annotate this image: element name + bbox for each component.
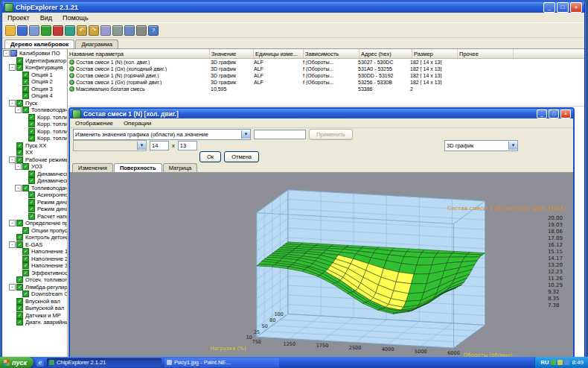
expander-icon[interactable]: - <box>3 50 10 57</box>
tree-item[interactable]: Опция 1 <box>3 72 67 79</box>
start-button[interactable]: пуск <box>0 357 33 368</box>
tree-item[interactable]: Динамическая корр. <box>3 171 67 178</box>
column-header[interactable]: Название параметра <box>68 49 210 58</box>
chevron-down-icon[interactable]: ▼ <box>241 130 250 139</box>
table-row[interactable]: Максимально богатая смесь 10,595 53386 2 <box>68 86 584 92</box>
open-project-icon[interactable] <box>5 25 16 36</box>
expander-icon[interactable]: - <box>9 64 16 71</box>
column-header[interactable]: Прочее <box>458 49 514 58</box>
tree-item[interactable]: Впускной вал <box>3 298 67 305</box>
tree-item[interactable]: Опция 4 <box>3 92 67 100</box>
column-header[interactable]: Единицы изме... <box>254 49 304 58</box>
dim-cols-input[interactable] <box>150 141 169 150</box>
tree-item[interactable]: Наполнение 2 <box>3 256 67 263</box>
editor-close-button[interactable]: × <box>560 110 571 118</box>
tray-update-icon[interactable] <box>557 360 563 365</box>
tree-item[interactable]: Диагн. аварийные режимы <box>3 319 67 326</box>
editor-titlebar[interactable]: Состав смеси 1 (N) [хол. двиг.] _ □ × <box>70 109 573 118</box>
edit-value-input[interactable] <box>254 130 306 139</box>
table-row[interactable]: Состав смеси 1 (Gx) (холодный двиг.) 3D … <box>68 66 584 72</box>
tree-item[interactable]: - Топливоподача <box>3 107 67 114</box>
tree-item[interactable]: - Топливоподача <box>3 185 67 192</box>
tree-item[interactable]: Корр. топливопод. <box>3 135 67 142</box>
tree-item[interactable]: Корр. топливопод. <box>3 121 67 128</box>
menu-item[interactable]: Проект <box>2 14 35 22</box>
tree-item[interactable]: Опция 3 <box>3 86 67 93</box>
apply-button[interactable]: Применить <box>309 129 353 140</box>
tree-item[interactable]: Динамическая корр. <box>3 177 67 185</box>
undo-icon[interactable]: ↶ <box>77 25 87 36</box>
tree-item[interactable]: Асинхронное обогащ. <box>3 191 67 199</box>
tree-item[interactable]: Опции пропусков <box>3 227 67 235</box>
tree-item[interactable]: - Определение пропусков <box>3 220 67 227</box>
expander-icon[interactable]: - <box>15 185 22 191</box>
tree-item[interactable]: - E-GAS <box>3 241 67 249</box>
column-header[interactable]: Адрес (hex) <box>359 49 412 58</box>
tree-item[interactable]: Наполнение 1 <box>3 248 67 256</box>
editor-tab[interactable]: Изменения <box>72 163 113 172</box>
save-icon[interactable] <box>17 25 28 36</box>
expander-icon[interactable]: - <box>9 100 16 107</box>
tree-item[interactable]: Идентификатор <box>3 57 67 65</box>
tree-item[interactable]: - Калибровки ПО <box>3 50 67 57</box>
expander-icon[interactable]: - <box>15 163 22 170</box>
expander-icon[interactable]: - <box>9 220 16 226</box>
tree-item[interactable]: - УОЗ <box>3 163 67 171</box>
taskbar-task[interactable]: ChipExplorer 2.1.21 <box>47 358 162 367</box>
tree-item[interactable]: Пуск ХХ <box>3 142 67 150</box>
minimize-button[interactable]: _ <box>543 2 555 13</box>
help-icon[interactable]: ? <box>148 25 159 36</box>
tree-item[interactable]: - Рабочие режимы <box>3 156 67 164</box>
taskbar-task[interactable]: Рису1.jpg - Paint.NE... <box>164 358 279 367</box>
tree-item[interactable]: Режим динамич. обог. <box>3 199 67 206</box>
quick-launch-ie-icon[interactable]: e <box>36 359 44 367</box>
expander-icon[interactable]: - <box>9 241 16 248</box>
surface-plot-canvas[interactable]: 7501250175025004000500060001025508010020… <box>70 173 573 359</box>
menu-item[interactable]: Помощь <box>57 14 94 22</box>
editor-minimize-button[interactable]: _ <box>537 110 547 118</box>
view-mode-combo[interactable]: 3D график ▼ <box>444 140 518 151</box>
column-header[interactable]: Размер <box>412 49 458 58</box>
tree-item[interactable]: ХХ <box>3 149 67 156</box>
tree-item[interactable]: Выпускной вал <box>3 305 67 312</box>
table-row[interactable]: Состав смеси 1 (Gx) (горячий двиг.) 3D г… <box>68 79 584 86</box>
read-chip-icon[interactable] <box>41 25 51 36</box>
verify-chip-icon[interactable] <box>65 25 75 36</box>
tree-item[interactable]: Downstream O2 датчик <box>3 291 67 298</box>
expander-icon[interactable]: - <box>9 156 16 163</box>
tree-item[interactable]: - Пуск <box>3 100 67 107</box>
tree-item[interactable]: Датчики и МР <box>3 312 67 320</box>
column-header[interactable]: Зависимость <box>304 49 359 58</box>
tree-item[interactable]: - Лямбда-регулирование <box>3 284 67 291</box>
tray-antivirus-icon[interactable] <box>551 360 556 365</box>
import-dump-icon[interactable] <box>29 25 39 36</box>
table-row[interactable]: Состав смеси 1 (N) (хол. двиг.) 3D графи… <box>68 59 584 66</box>
dim-rows-input[interactable] <box>178 141 197 150</box>
tray-volume-icon[interactable] <box>564 360 569 365</box>
cancel-button[interactable]: Отмена <box>224 151 259 162</box>
tree-item[interactable]: Режим динамич. обог. <box>3 206 67 213</box>
search-icon[interactable] <box>124 25 135 36</box>
main-tab[interactable]: Диаграмма <box>75 39 118 48</box>
edit-mode-combo[interactable]: Изменить значения графика (области) на з… <box>73 129 251 140</box>
ok-button[interactable]: Ок <box>199 151 221 162</box>
tree-item[interactable]: - Конфигурация <box>3 64 67 72</box>
editor-menu-item[interactable]: Операции <box>118 120 156 127</box>
print-icon[interactable] <box>112 25 123 36</box>
tree-item[interactable]: Корр. топливопод. <box>3 114 67 121</box>
editor-menu-item[interactable]: Отображение <box>70 120 118 127</box>
editor-tab[interactable]: Поверхность <box>114 163 162 172</box>
clock[interactable]: 8:49 <box>572 359 584 366</box>
table-row[interactable]: Состав смеси 1 (N) (горячий двиг.) 3D гр… <box>68 72 584 79</box>
tree-item[interactable]: Опция 2 <box>3 78 67 86</box>
column-header[interactable]: Значение <box>210 49 254 58</box>
tree-item[interactable]: Эффективность по УОЗ <box>3 270 67 277</box>
main-tab[interactable]: Дерево калибровок <box>4 39 74 48</box>
language-indicator[interactable]: RU <box>541 359 549 366</box>
menu-item[interactable]: Вид <box>35 14 57 22</box>
tree-item[interactable]: Наполнение 3 <box>3 262 67 270</box>
tree-item[interactable]: Отсеч. топливоподачи <box>3 276 67 284</box>
editor-maximize-button[interactable]: □ <box>549 110 559 118</box>
redo-icon[interactable]: ↷ <box>89 25 99 36</box>
tree-item[interactable]: Расчет наполнения <box>3 213 67 221</box>
